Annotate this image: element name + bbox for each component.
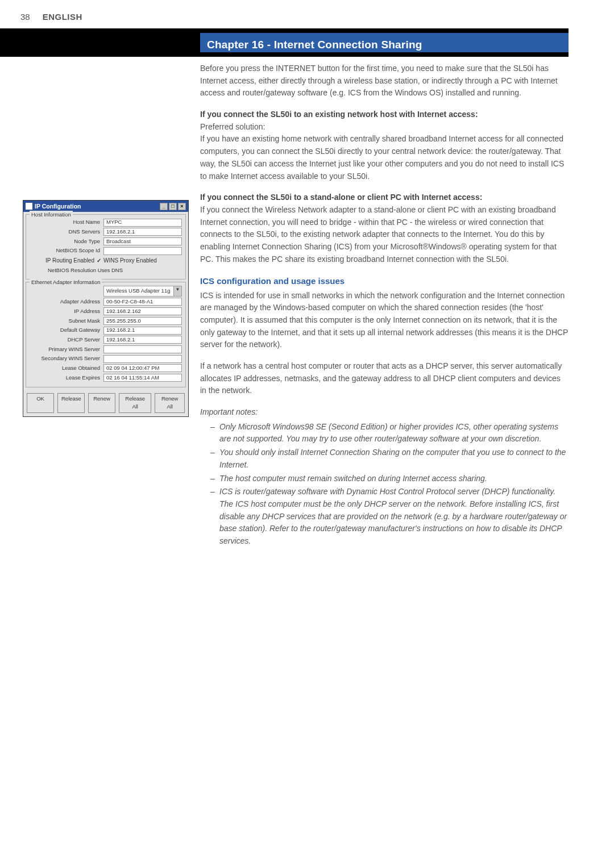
- lease-obtained-value: 02 09 04 12:00:47 PM: [103, 364, 182, 372]
- ics-paragraph-1: ICS is intended for use in small network…: [200, 290, 569, 351]
- host-name-label: Host Name: [30, 218, 103, 227]
- netbios-scope-value: [103, 247, 182, 255]
- scenario-1-body: If you have an existing home network wit…: [200, 133, 569, 182]
- ip-routing-label: IP Routing Enabled: [45, 256, 94, 265]
- dns-servers-label: DNS Servers: [30, 228, 103, 236]
- node-type-label: Node Type: [30, 237, 103, 246]
- note-item: ICS is router/gateway software with Dyna…: [210, 486, 569, 547]
- ethernet-legend: Ethernet Adapter Information: [30, 278, 102, 287]
- dhcp-server-value: 192.168.2.1: [103, 336, 182, 344]
- important-notes-list: Only Microsoft Windows98 SE (Second Edit…: [200, 421, 569, 548]
- scenario-2-heading: If you connect the SL50i to a stand-alon…: [200, 191, 569, 204]
- language-label: ENGLISH: [43, 10, 82, 23]
- ethernet-adapter-group: Ethernet Adapter Information Wireless US…: [26, 282, 186, 387]
- note-item: Only Microsoft Windows98 SE (Second Edit…: [210, 421, 569, 445]
- scenario-2-body: If you connect the Wireless Network adap…: [200, 204, 569, 265]
- scenario-2: If you connect the SL50i to a stand-alon…: [200, 191, 569, 265]
- scenario-1-subheading: Preferred solution:: [200, 121, 569, 133]
- host-name-value: MYPC: [103, 219, 182, 227]
- host-information-group: Host Information Host NameMYPC DNS Serve…: [26, 214, 186, 279]
- adapter-address-label: Adapter Address: [30, 298, 103, 306]
- scenario-1-heading: If you connect the SL50i to an existing …: [200, 108, 569, 121]
- note-item: You should only install Internet Connect…: [210, 446, 569, 471]
- ics-section-heading: ICS configuration and usage issues: [200, 274, 569, 287]
- subnet-mask-label: Subnet Mask: [30, 317, 103, 326]
- adapter-address-value: 00-50-F2-C8-48-A1: [103, 298, 182, 306]
- dhcp-server-label: DHCP Server: [30, 336, 103, 344]
- netbios-scope-label: NetBIOS Scope Id: [30, 247, 103, 255]
- dns-servers-value: 192.168.2.1: [103, 228, 182, 236]
- primary-wins-label: Primary WINS Server: [30, 345, 103, 354]
- page-number: 38: [20, 10, 30, 23]
- ip-address-label: IP Address: [30, 307, 103, 316]
- node-type-value: Broadcast: [103, 237, 182, 245]
- titlebar: IP Configuration _ □ ×: [23, 201, 188, 212]
- wins-proxy-label: WINS Proxy Enabled: [103, 256, 157, 265]
- important-notes-heading: Important notes:: [200, 406, 569, 419]
- ip-configuration-window: IP Configuration _ □ × Host Information …: [23, 200, 189, 417]
- host-legend: Host Information: [30, 211, 73, 219]
- ok-button[interactable]: OK: [27, 393, 54, 413]
- app-icon: [26, 203, 32, 210]
- main-content: Before you press the INTERNET button for…: [200, 62, 569, 549]
- intro-paragraph: Before you press the INTERNET button for…: [200, 62, 569, 99]
- release-all-button[interactable]: Release All: [119, 393, 151, 413]
- netbios-resolution-label: NetBIOS Resolution Uses DNS: [30, 266, 126, 275]
- maximize-button[interactable]: □: [169, 203, 177, 210]
- secondary-wins-label: Secondary WINS Server: [30, 354, 103, 363]
- lease-expires-label: Lease Expires: [30, 374, 103, 382]
- adapter-dropdown[interactable]: Wireless USB Adapter 11g ▼: [103, 286, 182, 297]
- adapter-selected: Wireless USB Adapter 11g: [104, 286, 173, 296]
- button-row: OK Release Renew Release All Renew All: [23, 390, 188, 416]
- scenario-1: If you connect the SL50i to an existing …: [200, 108, 569, 182]
- lease-obtained-label: Lease Obtained: [30, 364, 103, 373]
- default-gateway-value: 192.168.2.1: [103, 327, 182, 335]
- renew-button[interactable]: Renew: [88, 393, 115, 413]
- primary-wins-value: [103, 345, 182, 353]
- close-button[interactable]: ×: [178, 203, 186, 210]
- checkmark-icon: ✓: [97, 256, 101, 265]
- subnet-mask-value: 255.255.255.0: [103, 317, 182, 325]
- note-item: The host computer must remain switched o…: [210, 473, 569, 485]
- page-header: 38 ENGLISH: [0, 0, 614, 29]
- ics-paragraph-2: If a network has a central host computer…: [200, 360, 569, 397]
- default-gateway-label: Default Gateway: [30, 326, 103, 335]
- window-title: IP Configuration: [35, 202, 81, 211]
- minimize-button[interactable]: _: [160, 203, 168, 210]
- release-button[interactable]: Release: [57, 393, 85, 413]
- lease-expires-value: 02 16 04 11:55:14 AM: [103, 374, 182, 382]
- renew-all-button[interactable]: Renew All: [155, 393, 185, 413]
- secondary-wins-value: [103, 355, 182, 363]
- ip-address-value: 192.168.2.162: [103, 307, 182, 315]
- chapter-title: Chapter 16 - Internet Connection Sharing: [200, 33, 569, 52]
- chevron-down-icon[interactable]: ▼: [173, 286, 181, 296]
